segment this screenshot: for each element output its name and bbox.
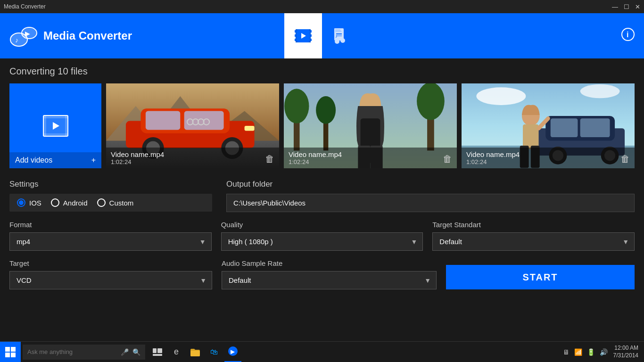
video-delete-2[interactable]: 🗑 bbox=[443, 154, 452, 165]
header-tabs: ♪ bbox=[284, 13, 360, 58]
output-folder-panel: Output folder bbox=[226, 180, 635, 212]
dropdowns-row-1: Format mp4 avi mkv ▼ Quality High ( 1080… bbox=[9, 221, 635, 251]
settings-output-row: Settings IOS Android Custom O bbox=[9, 180, 635, 212]
settings-label: Settings bbox=[9, 180, 212, 189]
target-standart-select[interactable]: Default NTSC PAL bbox=[432, 232, 635, 251]
svg-rect-46 bbox=[245, 126, 255, 131]
svg-point-55 bbox=[316, 96, 336, 124]
svg-text:♪: ♪ bbox=[335, 33, 338, 39]
close-button[interactable]: ✕ bbox=[635, 3, 640, 10]
svg-point-63 bbox=[476, 87, 526, 105]
svg-point-57 bbox=[417, 83, 445, 120]
audio-sample-rate-wrapper: Default 44100 Hz 48000 Hz ▼ bbox=[222, 271, 437, 289]
radio-android[interactable]: Android bbox=[51, 198, 88, 207]
quality-label: Quality bbox=[221, 221, 423, 229]
audio-start-row: Target VCD DVD Blu-ray ▼ Audio Sample Ra… bbox=[9, 259, 635, 289]
taskbar-icons: e 🛍 ▶ bbox=[149, 342, 241, 362]
video-thumb-1-info: Video name.mp4 1:02:24 bbox=[106, 148, 279, 168]
target-group: Target VCD DVD Blu-ray ▼ bbox=[9, 259, 212, 289]
start-menu-button[interactable] bbox=[0, 342, 21, 362]
info-icon: i bbox=[621, 28, 635, 41]
maximize-button[interactable]: ☐ bbox=[624, 3, 629, 10]
video-duration-1: 1:02:24 bbox=[111, 158, 274, 165]
svg-text:▶: ▶ bbox=[25, 30, 30, 37]
media-converter-icon: ▶ bbox=[228, 346, 238, 356]
format-select[interactable]: mp4 avi mkv bbox=[9, 232, 212, 251]
audio-tab[interactable]: ♪ bbox=[322, 13, 360, 58]
svg-rect-30 bbox=[43, 115, 46, 136]
radio-ios[interactable]: IOS bbox=[17, 198, 41, 207]
audio-sample-rate-select[interactable]: Default 44100 Hz 48000 Hz bbox=[222, 271, 437, 289]
main-content: Converting 10 files Add videos + bbox=[0, 58, 644, 297]
audio-sample-rate-group: Audio Sample Rate Default 44100 Hz 48000… bbox=[222, 259, 437, 289]
clock: 12:00 AM 7/31/2014 bbox=[613, 345, 638, 359]
volume-icon: 🔊 bbox=[600, 348, 608, 356]
video-name-1: Video name.mp4 bbox=[111, 150, 274, 158]
add-video-icon bbox=[41, 112, 70, 140]
media-converter-taskbar[interactable]: ▶ bbox=[224, 342, 241, 362]
target-select[interactable]: VCD DVD Blu-ray bbox=[9, 271, 212, 289]
taskbar-right: 🖥 📶 🔋 🔊 12:00 AM 7/31/2014 bbox=[563, 345, 644, 359]
wifi-icon: 📶 bbox=[574, 348, 582, 356]
svg-rect-81 bbox=[5, 353, 10, 357]
title-bar-text: Media Converter bbox=[4, 3, 46, 10]
radio-ios-label: IOS bbox=[29, 199, 41, 207]
video-thumb-1: Video name.mp4 1:02:24 🗑 bbox=[106, 83, 279, 168]
video-thumb-3: Video name.mp4 1:02:24 🗑 bbox=[462, 83, 635, 168]
radio-ios-circle bbox=[17, 198, 25, 207]
svg-rect-82 bbox=[11, 353, 16, 357]
quality-select[interactable]: High ( 1080p ) Medium ( 720p ) Low ( 480… bbox=[221, 232, 423, 251]
target-standart-group: Target Standart Default NTSC PAL ▼ bbox=[432, 221, 635, 251]
radio-group: IOS Android Custom bbox=[9, 194, 212, 212]
add-videos-text: Add videos bbox=[15, 156, 52, 165]
task-view-button[interactable] bbox=[149, 342, 166, 362]
section-title: Converting 10 files bbox=[9, 66, 635, 77]
add-videos-tile[interactable]: Add videos + bbox=[9, 83, 101, 168]
info-button[interactable]: i bbox=[621, 28, 635, 44]
video-duration-2: 1:02:24 bbox=[289, 158, 452, 165]
time-display: 12:00 AM bbox=[613, 345, 638, 352]
windows-logo-icon bbox=[5, 347, 16, 357]
target-label: Target bbox=[9, 259, 212, 267]
svg-text:i: i bbox=[627, 31, 628, 39]
store-button[interactable]: 🛍 bbox=[206, 342, 223, 362]
start-button-wrapper: START bbox=[446, 259, 635, 289]
radio-android-label: Android bbox=[63, 199, 88, 207]
svg-rect-59 bbox=[361, 118, 380, 148]
target-standart-label: Target Standart bbox=[432, 221, 635, 229]
quality-group: Quality High ( 1080p ) Medium ( 720p ) L… bbox=[221, 221, 423, 251]
audio-sample-rate-label: Audio Sample Rate bbox=[222, 259, 437, 267]
video-name-3: Video name.mp4 bbox=[466, 150, 630, 158]
app-logo: ♪ ▶ bbox=[9, 22, 38, 50]
video-delete-1[interactable]: 🗑 bbox=[265, 154, 274, 165]
video-delete-3[interactable]: 🗑 bbox=[620, 154, 630, 165]
videos-row: Add videos + bbox=[9, 83, 635, 168]
svg-point-64 bbox=[580, 84, 620, 98]
svg-rect-83 bbox=[153, 348, 157, 353]
video-name-2: Video name.mp4 bbox=[289, 150, 452, 158]
logo-area: ♪ ▶ Media Converter bbox=[9, 22, 132, 50]
video-tab[interactable] bbox=[284, 13, 322, 58]
minimize-button[interactable]: — bbox=[612, 3, 618, 10]
svg-rect-84 bbox=[157, 348, 162, 353]
video-thumb-2-info: Video name.mp4 1:02:24 bbox=[284, 148, 457, 168]
svg-rect-31 bbox=[65, 115, 68, 136]
search-bar[interactable]: 🎤 🔍 bbox=[23, 345, 145, 360]
radio-android-circle bbox=[51, 198, 59, 207]
svg-text:▶: ▶ bbox=[231, 348, 235, 355]
start-button[interactable]: START bbox=[446, 265, 635, 289]
audio-tab-icon: ♪ bbox=[332, 27, 349, 44]
battery-icon: 🔋 bbox=[587, 348, 595, 356]
date-display: 7/31/2014 bbox=[613, 352, 638, 360]
app-title: Media Converter bbox=[43, 29, 132, 42]
ie-button[interactable]: e bbox=[168, 342, 185, 362]
output-folder-input[interactable] bbox=[226, 194, 635, 212]
svg-rect-68 bbox=[551, 118, 578, 137]
taskbar: 🎤 🔍 e 🛍 ▶ 🖥 📶 bbox=[0, 341, 644, 362]
title-bar: Media Converter — ☐ ✕ bbox=[0, 0, 644, 13]
radio-custom-label: Custom bbox=[109, 199, 134, 207]
system-tray-icons: 🖥 📶 🔋 🔊 bbox=[563, 348, 608, 356]
file-explorer-button[interactable] bbox=[187, 342, 204, 362]
radio-custom[interactable]: Custom bbox=[97, 198, 134, 207]
search-input[interactable] bbox=[27, 348, 117, 355]
